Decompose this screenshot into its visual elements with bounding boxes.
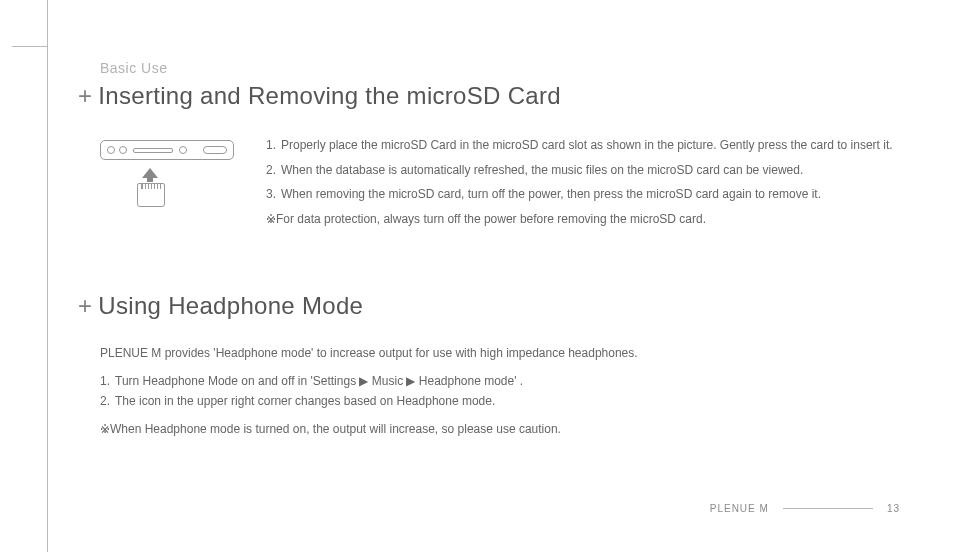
plus-icon: +	[78, 82, 92, 109]
heading-microsd: +Inserting and Removing the microSD Card	[78, 82, 900, 110]
margin-tick	[12, 46, 47, 47]
page-footer: PLENUE M 13	[710, 503, 900, 514]
left-margin-rule	[47, 0, 48, 552]
list-item: 1. Properly place the microSD Card in th…	[266, 136, 893, 155]
section1-list: 1. Properly place the microSD Card in th…	[266, 136, 893, 228]
heading-microsd-text: Inserting and Removing the microSD Card	[98, 82, 561, 109]
list-item: 3. When removing the microSD card, turn …	[266, 185, 893, 204]
microsd-illustration	[100, 136, 240, 207]
section2-intro: PLENUE M provides 'Headphone mode' to in…	[100, 346, 900, 360]
up-arrow-icon	[142, 168, 158, 178]
section2-note: ※When Headphone mode is turned on, the o…	[100, 422, 900, 436]
section-label: Basic Use	[100, 60, 900, 76]
heading-headphone-text: Using Headphone Mode	[98, 292, 363, 319]
list-item: 2. When the database is automatically re…	[266, 161, 893, 180]
section1-body: 1. Properly place the microSD Card in th…	[100, 136, 900, 228]
list-item: 1. Turn Headphone Mode on and off in 'Se…	[100, 374, 900, 388]
footer-rule	[783, 508, 873, 509]
page-content: Basic Use +Inserting and Removing the mi…	[78, 60, 900, 436]
section2-list: 1. Turn Headphone Mode on and off in 'Se…	[100, 374, 900, 408]
plus-icon: +	[78, 292, 92, 319]
footer-brand: PLENUE M	[710, 503, 769, 514]
section2: +Using Headphone Mode PLENUE M provides …	[78, 292, 900, 436]
heading-headphone: +Using Headphone Mode	[78, 292, 900, 320]
manual-page: Basic Use +Inserting and Removing the mi…	[0, 0, 954, 552]
device-top-edge	[100, 140, 234, 160]
list-item: 2. The icon in the upper right corner ch…	[100, 394, 900, 408]
microsd-card-icon	[137, 183, 165, 207]
page-number: 13	[887, 503, 900, 514]
section1-note: ※For data protection, always turn off th…	[266, 210, 893, 229]
